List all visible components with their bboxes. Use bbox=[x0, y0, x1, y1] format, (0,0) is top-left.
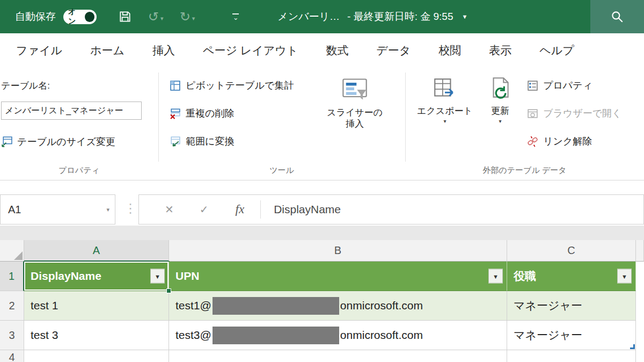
resize-table-label: テーブルのサイズ変更 bbox=[17, 135, 115, 148]
toggle-knob bbox=[85, 12, 94, 22]
unlink-button[interactable]: リンク解除 bbox=[527, 135, 592, 148]
row-header-3[interactable]: 3 bbox=[0, 321, 24, 350]
formula-bar-value[interactable]: DisplayName bbox=[274, 203, 341, 216]
column-header-partial[interactable] bbox=[636, 240, 644, 262]
select-all-corner[interactable] bbox=[0, 240, 24, 262]
cell-b3-suffix: onmicrosoft.com bbox=[340, 329, 423, 342]
convert-to-range-button[interactable]: 範囲に変換 bbox=[170, 135, 234, 148]
tab-view[interactable]: 表示 bbox=[475, 43, 525, 58]
cell-a4[interactable] bbox=[24, 350, 169, 362]
name-box-dropdown-icon[interactable]: ▾ bbox=[106, 206, 109, 213]
title-dropdown-icon[interactable]: ▼ bbox=[462, 13, 467, 20]
tab-review[interactable]: 校閲 bbox=[425, 43, 475, 58]
cancel-icon[interactable]: ✕ bbox=[165, 203, 174, 216]
autosave-toggle[interactable]: オン bbox=[63, 10, 97, 24]
convert-to-range-icon bbox=[170, 136, 181, 147]
open-in-browser-icon bbox=[527, 108, 538, 119]
group-label-tools: ツール bbox=[158, 165, 405, 176]
cell-c2[interactable]: マネージャー bbox=[507, 291, 636, 321]
cell-c3-value: マネージャー bbox=[514, 328, 582, 343]
last-updated-label: - 最終更新日時: 金 9:55 bbox=[347, 10, 453, 24]
tab-formulas[interactable]: 数式 bbox=[312, 43, 362, 58]
cell-c2-value: マネージャー bbox=[514, 298, 582, 313]
redacted-text bbox=[213, 297, 339, 315]
name-box-value: A1 bbox=[8, 204, 21, 216]
properties-icon bbox=[527, 80, 538, 91]
title-bar: 自動保存 オン ↺ ▾ ↻ ▾ ⌄ メンバーリ… - 最終更新日時: 金 9:5… bbox=[0, 0, 644, 33]
search-button[interactable] bbox=[590, 0, 644, 33]
export-dropdown-icon[interactable]: ▾ bbox=[443, 118, 446, 124]
search-icon bbox=[610, 10, 624, 24]
save-icon[interactable] bbox=[118, 10, 132, 24]
group-separator bbox=[158, 73, 159, 162]
undo-icon[interactable]: ↺ ▾ bbox=[148, 9, 164, 24]
redacted-text bbox=[213, 327, 339, 344]
properties-button[interactable]: プロパティ bbox=[527, 79, 592, 92]
cell-a2[interactable]: test 1 bbox=[24, 291, 169, 321]
resize-table-button[interactable]: テーブルのサイズ変更 bbox=[1, 135, 115, 148]
enter-icon[interactable]: ✓ bbox=[200, 203, 209, 216]
column-header-c[interactable]: C bbox=[507, 240, 636, 262]
cell-a2-value: test 1 bbox=[31, 299, 58, 312]
row-header-1[interactable]: 1 bbox=[0, 262, 24, 291]
pivottable-icon bbox=[170, 80, 181, 91]
open-in-browser-label: ブラウザーで開く bbox=[543, 107, 622, 120]
formula-bar-resize-handle[interactable]: ⋮ bbox=[124, 201, 137, 216]
row-header-2[interactable]: 2 bbox=[0, 291, 24, 321]
cell-b2[interactable]: test1@ onmicrosoft.com bbox=[169, 291, 507, 321]
filter-dropdown-role[interactable]: ▼ bbox=[617, 269, 632, 284]
cell-c3[interactable]: マネージャー bbox=[507, 321, 636, 350]
formula-bar[interactable]: ✕ ✓ fx DisplayName bbox=[138, 194, 644, 225]
cell-a1-value: DisplayName bbox=[31, 270, 101, 283]
quick-access-toolbar-chevron-icon[interactable]: ⌄ bbox=[232, 13, 239, 20]
corner-triangle-icon bbox=[14, 251, 23, 260]
column-header-a[interactable]: A bbox=[24, 240, 169, 262]
selection-fill-handle[interactable] bbox=[166, 288, 171, 293]
export-icon bbox=[431, 76, 458, 103]
resize-table-icon bbox=[1, 136, 12, 148]
cell-c1[interactable]: 役職 ▼ bbox=[507, 262, 636, 291]
export-button[interactable]: エクスポート ▾ bbox=[413, 73, 477, 162]
redo-dropdown-icon[interactable]: ▾ bbox=[192, 15, 195, 22]
open-in-browser-button: ブラウザーで開く bbox=[527, 107, 622, 120]
cell-b3[interactable]: test3@ onmicrosoft.com bbox=[169, 321, 507, 350]
table-name-input[interactable]: メンバーリスト_マネージャー bbox=[1, 102, 142, 120]
cell-c1-value: 役職 bbox=[514, 269, 536, 284]
group-label-external-table-data: 外部のテーブル データ bbox=[405, 165, 644, 176]
summarize-with-pivottable-button[interactable]: ピボットテーブルで集計 bbox=[170, 79, 294, 92]
remove-duplicates-label: 重複の削除 bbox=[186, 107, 234, 120]
filter-dropdown-displayname[interactable]: ▼ bbox=[150, 269, 165, 284]
tab-help[interactable]: ヘルプ bbox=[525, 43, 588, 58]
refresh-button[interactable]: 更新 ▾ bbox=[480, 73, 520, 162]
cell-b1[interactable]: UPN ▼ bbox=[169, 262, 507, 291]
refresh-dropdown-icon[interactable]: ▾ bbox=[499, 118, 501, 124]
insert-slicer-label: スライサーの挿入 bbox=[323, 107, 386, 130]
cell-a1-selected[interactable]: DisplayName ▼ bbox=[24, 262, 169, 291]
redo-icon[interactable]: ↻ ▾ bbox=[180, 9, 195, 24]
insert-slicer-button[interactable]: スライサーの挿入 bbox=[321, 73, 389, 162]
undo-dropdown-icon[interactable]: ▾ bbox=[160, 15, 164, 22]
cell-b4[interactable] bbox=[169, 350, 507, 362]
table-resize-handle[interactable] bbox=[630, 344, 635, 349]
remove-duplicates-button[interactable]: 重複の削除 bbox=[170, 107, 234, 120]
tab-insert[interactable]: 挿入 bbox=[138, 43, 189, 58]
insert-function-icon[interactable]: fx bbox=[236, 202, 245, 216]
tab-page-layout[interactable]: ページ レイアウト bbox=[189, 43, 312, 58]
autosave-label: 自動保存 bbox=[15, 10, 56, 24]
tab-data[interactable]: データ bbox=[362, 43, 425, 58]
tab-file[interactable]: ファイル bbox=[2, 43, 76, 58]
cell-c4[interactable] bbox=[507, 350, 636, 362]
refresh-icon bbox=[487, 76, 514, 103]
cell-a3-value: test 3 bbox=[31, 329, 58, 342]
filter-dropdown-upn[interactable]: ▼ bbox=[488, 269, 503, 284]
tab-home[interactable]: ホーム bbox=[76, 43, 138, 58]
column-header-b[interactable]: B bbox=[169, 240, 507, 262]
cell-b2-suffix: onmicrosoft.com bbox=[340, 299, 423, 312]
table-name-label: テーブル名: bbox=[1, 79, 50, 92]
name-box[interactable]: A1 ▾ bbox=[0, 194, 115, 225]
group-label-properties: プロパティ bbox=[0, 165, 158, 176]
refresh-label: 更新 bbox=[491, 105, 509, 117]
properties-label: プロパティ bbox=[543, 79, 592, 92]
row-header-4[interactable]: 4 bbox=[0, 350, 24, 362]
cell-a3[interactable]: test 3 bbox=[24, 321, 169, 350]
